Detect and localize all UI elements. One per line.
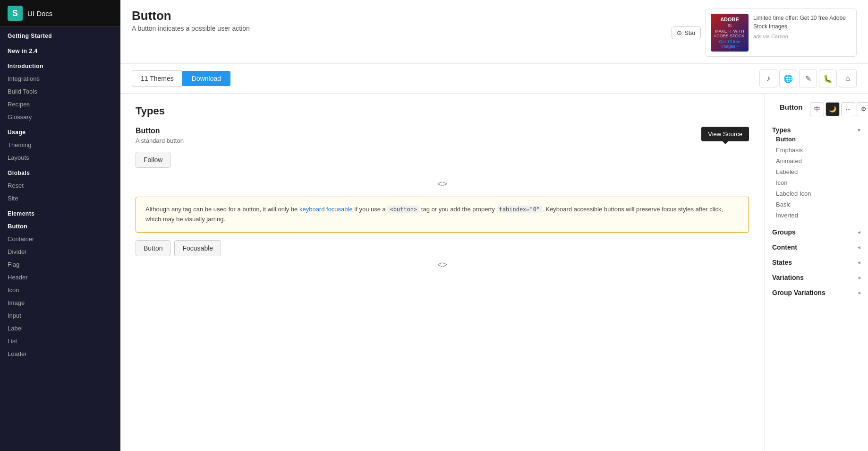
doc-content: Types View Source Button A standard butt…	[120, 94, 764, 451]
demo-title: Button	[136, 127, 749, 135]
sidebar-item-recipes[interactable]: Recipes	[0, 98, 120, 111]
right-nav-group-variations-title[interactable]: Group Variations ◂	[772, 289, 860, 296]
demo-desc: A standard button	[136, 137, 749, 144]
music-icon-button[interactable]: ♪	[759, 69, 777, 87]
sidebar-item-image[interactable]: Image	[0, 296, 120, 309]
view-source-tooltip[interactable]: View Source	[701, 127, 749, 141]
sidebar-item-glossary[interactable]: Glossary	[0, 111, 120, 123]
github-icon-button[interactable]: ⌂	[839, 69, 857, 87]
right-nav-item-basic[interactable]: Basic	[772, 199, 860, 210]
code-expand-button-1[interactable]: <>	[437, 179, 447, 189]
right-nav-groups-title[interactable]: Groups ◂	[772, 228, 860, 236]
sidebar: S UI Docs Getting Started New in 2.4 Int…	[0, 0, 120, 451]
demo-block: View Source Button A standard button Fol…	[136, 127, 749, 172]
right-nav-item-labeled[interactable]: Labeled	[772, 166, 860, 177]
right-nav-states: States ◂	[765, 255, 868, 270]
sidebar-item-site[interactable]: Site	[0, 192, 120, 205]
sidebar-section-globals[interactable]: Globals	[0, 164, 120, 179]
code-expand-button-2[interactable]: <>	[437, 260, 447, 270]
sidebar-section-new-in-24[interactable]: New in 2.4	[0, 42, 120, 57]
right-nav-variations-title[interactable]: Variations ◂	[772, 274, 860, 281]
sidebar-item-integrations[interactable]: Integrations	[0, 72, 120, 85]
sidebar-section-getting-started[interactable]: Getting Started	[0, 27, 120, 42]
code-expand-2: <>	[136, 260, 749, 270]
sidebar-item-label[interactable]: Label	[0, 322, 120, 335]
sidebar-item-input[interactable]: Input	[0, 309, 120, 322]
follow-button[interactable]: Follow	[136, 152, 170, 168]
info-text-3: tag or you add the property	[419, 206, 496, 213]
button-demo-btn[interactable]: Button	[136, 240, 170, 256]
music-icon: ♪	[766, 74, 770, 83]
edit-icon-button[interactable]: ✎	[799, 69, 817, 87]
variations-chevron: ◂	[858, 275, 860, 281]
edit-icon: ✎	[805, 74, 811, 83]
nav-tool-settings[interactable]: ⚙	[857, 102, 868, 116]
ad-headline: Limited time offer: Get 10 free Adobe St…	[753, 14, 851, 31]
groups-chevron: ◂	[858, 229, 860, 235]
code-expand-1: <>	[136, 179, 749, 189]
info-link[interactable]: keyboard focusable	[299, 206, 353, 213]
ad-block: ADOBE St MAKE IT WITH ADOBE STOCK. Get 1…	[706, 9, 857, 57]
topbar: Button A button indicates a possible use…	[120, 0, 868, 64]
sidebar-item-layouts[interactable]: Layouts	[0, 151, 120, 164]
bug-icon-button[interactable]: 🐛	[819, 69, 837, 87]
group-variations-chevron: ◂	[858, 290, 860, 296]
right-nav-group-variations: Group Variations ◂	[765, 285, 868, 300]
info-box: Although any tag can be used for a butto…	[136, 197, 749, 233]
ad-image[interactable]: ADOBE St MAKE IT WITH ADOBE STOCK. Get 1…	[711, 14, 749, 52]
page-title: Button	[132, 9, 250, 23]
nav-tool-dots[interactable]: ···	[841, 102, 855, 116]
right-nav-item-animated[interactable]: Animated	[772, 156, 860, 166]
sidebar-item-divider[interactable]: Divider	[0, 245, 120, 258]
sidebar-logo[interactable]: S UI Docs	[0, 0, 120, 27]
sidebar-item-header[interactable]: Header	[0, 271, 120, 284]
download-button[interactable]: Download	[182, 71, 230, 86]
themes-button[interactable]: 11 Themes	[132, 70, 182, 87]
sidebar-item-flag[interactable]: Flag	[0, 258, 120, 271]
page-subtitle: A button indicates a possible user actio…	[132, 25, 250, 32]
sidebar-item-reset[interactable]: Reset	[0, 179, 120, 192]
sidebar-item-container[interactable]: Container	[0, 233, 120, 245]
main-area: Button A button indicates a possible use…	[120, 0, 868, 451]
sidebar-item-icon[interactable]: Icon	[0, 284, 120, 296]
right-nav-types-title[interactable]: Types ▾	[772, 126, 860, 134]
github-icon: ⊙	[677, 29, 682, 36]
nav-tool-chinese[interactable]: 中	[810, 102, 824, 116]
info-text-2: if you use a	[353, 206, 388, 213]
right-nav-item-button[interactable]: Button	[772, 134, 860, 145]
globe-icon-button[interactable]: 🌐	[779, 69, 797, 87]
right-nav-content-title[interactable]: Content ◂	[772, 243, 860, 251]
right-nav-states-title[interactable]: States ◂	[772, 259, 860, 266]
sidebar-section-usage[interactable]: Usage	[0, 123, 120, 139]
states-chevron: ◂	[858, 260, 860, 266]
star-button[interactable]: ⊙ Star	[672, 26, 701, 39]
page-header: Button A button indicates a possible use…	[132, 9, 250, 32]
right-nav-variations: Variations ◂	[765, 270, 868, 285]
content-chevron: ◂	[858, 244, 860, 251]
right-nav-item-icon[interactable]: Icon	[772, 177, 860, 188]
actionbar: 11 Themes Download ♪ 🌐 ✎ 🐛 ⌂	[120, 64, 868, 94]
logo-icon: S	[8, 6, 23, 21]
right-nav: Button 中 🌙 ··· ⚙ Types ▾ Button Emphasis…	[764, 94, 868, 451]
ad-content: Limited time offer: Get 10 free Adobe St…	[753, 14, 851, 39]
sidebar-item-build-tools[interactable]: Build Tools	[0, 85, 120, 98]
globe-icon: 🌐	[783, 74, 793, 83]
star-label: Star	[684, 29, 696, 36]
sidebar-section-elements[interactable]: Elements	[0, 205, 120, 220]
right-nav-header: Button	[772, 101, 810, 117]
focusable-demo-btn[interactable]: Focusable	[174, 240, 221, 256]
right-nav-item-inverted[interactable]: Inverted	[772, 210, 860, 221]
types-section-title: Types	[136, 105, 749, 117]
sidebar-item-list[interactable]: List	[0, 335, 120, 347]
sidebar-item-button[interactable]: Button	[0, 220, 120, 233]
sidebar-item-theming[interactable]: Theming	[0, 139, 120, 151]
topbar-right: ⊙ Star ADOBE St MAKE IT WITH ADOBE STOCK…	[672, 9, 857, 57]
sidebar-item-loader[interactable]: Loader	[0, 347, 120, 360]
ad-via: ads via Carbon	[753, 34, 851, 39]
home-icon: ⌂	[845, 74, 850, 83]
right-nav-item-emphasis[interactable]: Emphasis	[772, 145, 860, 156]
action-icons: ♪ 🌐 ✎ 🐛 ⌂	[759, 69, 857, 87]
sidebar-section-introduction[interactable]: Introduction	[0, 57, 120, 72]
nav-tool-dark[interactable]: 🌙	[825, 102, 840, 116]
right-nav-item-labeled-icon[interactable]: Labeled Icon	[772, 188, 860, 199]
